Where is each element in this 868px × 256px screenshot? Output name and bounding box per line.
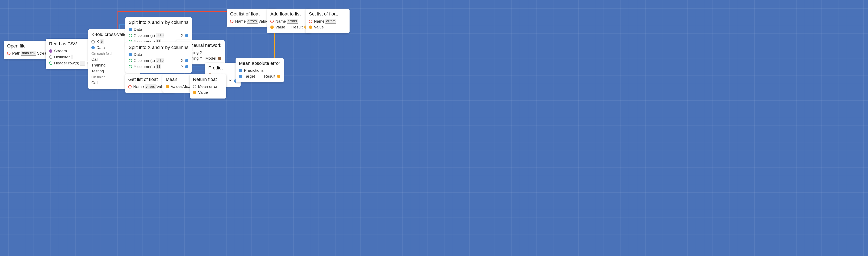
set-list-name-row: Name errors	[309, 19, 346, 24]
get-list-bottom-name-value: errors	[145, 84, 156, 89]
mae-target-row: Target Result	[239, 74, 280, 79]
k-port	[91, 40, 95, 43]
header-port	[49, 62, 52, 65]
add-float-list-port	[270, 26, 274, 29]
split-bot-y-out-label: Y	[181, 64, 184, 69]
split-bottom-title: Split into X and Y by columns	[129, 45, 188, 50]
get-list-bottom-name-label: Name	[133, 84, 144, 89]
split-bot-data-row: Data	[129, 52, 188, 57]
split-top-x-col-label: X column(s)	[134, 33, 155, 38]
set-list-value-row: Value	[309, 25, 346, 30]
add-float-name-label: Name	[275, 19, 286, 24]
get-list-bottom-name-port	[128, 85, 132, 88]
path-port	[7, 52, 10, 55]
mae-title: Mean absolute error	[239, 61, 280, 66]
split-bot-y-port	[129, 65, 132, 68]
on-finish-text: On finish	[91, 75, 105, 79]
training-label: Training	[91, 63, 105, 68]
mae-predictions-row: Predictions	[239, 68, 280, 73]
get-list-top-name-port	[230, 20, 234, 23]
set-list-name-value: errors	[326, 19, 336, 24]
split-top-title: Split into X and Y by columns	[129, 20, 188, 25]
set-list-name-label: Name	[314, 19, 324, 24]
mae-target-label: Target	[244, 74, 255, 79]
data-port	[91, 46, 95, 49]
split-top-data-row: Data	[129, 27, 188, 32]
testing-label: Testing	[91, 69, 104, 73]
set-list-title: Set list of float	[309, 11, 346, 17]
return-mean-error-label: Mean error	[198, 84, 218, 89]
add-float-name-port	[270, 20, 274, 23]
predict-y-out-label: Y'	[229, 79, 232, 83]
stream-in-port	[49, 49, 52, 53]
split-bot-y-out-port	[185, 65, 188, 68]
return-value-label: Value	[198, 90, 208, 95]
mae-predictions-port	[239, 69, 242, 72]
split-top-x-port	[129, 34, 132, 37]
predict-title: Predict	[208, 65, 237, 71]
k-value: 5	[100, 39, 103, 44]
split-top-x-value: 0:10	[156, 33, 164, 38]
return-value-row: Value	[193, 90, 223, 95]
split-bot-data-port	[129, 53, 132, 56]
split-bot-y-value: 11	[156, 64, 161, 69]
mae-result-label: Result	[264, 74, 275, 79]
set-list-value-label: Value	[314, 25, 324, 30]
split-bot-x-port	[129, 59, 132, 62]
set-list-name-port	[309, 20, 312, 23]
header-label: Header row(s)	[54, 61, 79, 66]
stream-label2: Stream	[54, 49, 67, 53]
mae-predictions-label: Predictions	[244, 68, 264, 73]
model-port	[218, 57, 221, 60]
mean-values-port	[166, 85, 169, 88]
split-bot-x-out-label: X	[181, 58, 184, 63]
split-top-x-row: X column(s) 0:10 X	[129, 33, 188, 38]
split-bot-y-col-label: Y column(s)	[134, 64, 155, 69]
return-float-node: Return float Mean error Value	[190, 74, 226, 99]
set-list-node: Set list of float Name errors Value	[306, 9, 349, 33]
split-bottom-node: Split into X and Y by columns Data X col…	[125, 42, 192, 73]
split-top-data-label: Data	[134, 27, 142, 32]
add-float-title: Add float to list	[270, 11, 308, 17]
path-label: Path	[12, 51, 20, 56]
split-bot-y-row: Y column(s) 11 Y	[129, 64, 188, 69]
split-bot-data-label: Data	[134, 52, 142, 57]
call-top-label: Call	[91, 57, 98, 62]
set-list-value-port	[309, 26, 312, 29]
delimiter-value: ,	[71, 54, 73, 60]
return-mean-error-row: Mean error	[193, 84, 223, 89]
delimiter-label: Delimiter	[54, 55, 70, 60]
return-float-title: Return float	[193, 77, 223, 82]
on-each-fold-text: On each fold	[91, 52, 112, 56]
mae-node: Mean absolute error Predictions Target R…	[236, 58, 284, 82]
split-bot-x-row: X column(s) 0:10 X	[129, 58, 188, 63]
split-top-data-port	[129, 28, 132, 31]
path-value: data.csv	[21, 51, 36, 56]
add-float-node: Add float to list Name errors Value Resu…	[267, 9, 311, 33]
model-label: Model	[205, 56, 216, 61]
return-mean-error-port	[193, 85, 196, 88]
k-label: K	[96, 40, 99, 44]
delimiter-port	[49, 56, 52, 59]
header-value	[80, 61, 85, 66]
split-top-x-out-label: X	[181, 33, 184, 38]
add-float-result-label: Result	[291, 25, 303, 30]
split-bot-x-value: 0:10	[156, 58, 164, 63]
get-list-top-name-value: errors	[247, 19, 257, 24]
call-bottom-label: Call	[91, 80, 98, 85]
add-float-name-row: Name errors	[270, 19, 308, 24]
return-value-port	[193, 91, 196, 94]
mean-values-label: Values	[171, 84, 183, 89]
data-label: Data	[96, 45, 105, 50]
split-bot-x-col-label: X column(s)	[134, 58, 155, 63]
split-bot-x-out-port	[185, 59, 188, 62]
add-float-value-label: Value	[275, 25, 285, 30]
get-list-top-name-label: Name	[235, 19, 246, 24]
split-top-x-out-port	[185, 34, 188, 37]
add-float-name-value: errors	[287, 19, 298, 24]
add-float-value-row: Value Result	[270, 25, 308, 30]
mae-result-port	[277, 75, 280, 78]
mae-target-port	[239, 75, 242, 78]
